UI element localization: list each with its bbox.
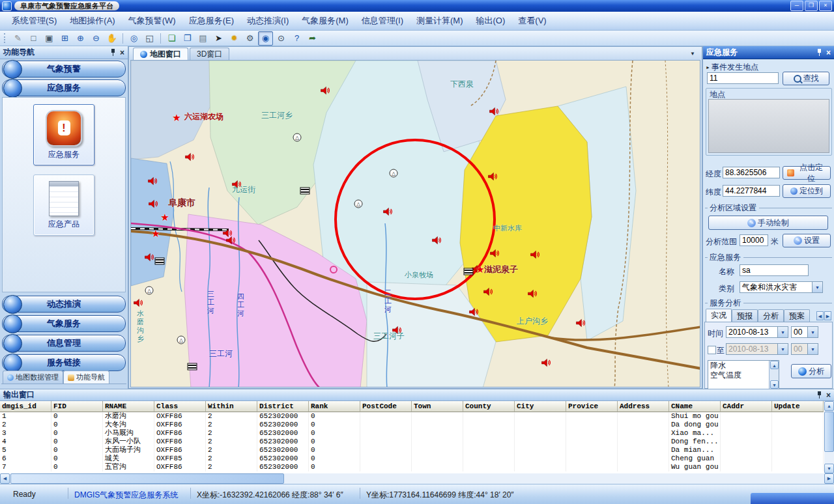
select-rect-icon[interactable]: □ [26,31,41,46]
menu-item[interactable]: 地图操作(A) [63,13,121,29]
restore-button[interactable]: ❐ [805,1,818,11]
tab-scroll-right-icon[interactable]: ▶ [824,311,831,320]
globe-icon[interactable]: ◉ [258,31,273,46]
close-icon[interactable]: × [120,49,124,57]
close-icon[interactable]: × [826,49,831,57]
menu-item[interactable]: 查看(V) [511,13,553,29]
export-icon[interactable]: ➦ [305,31,320,46]
print-icon[interactable]: ▤ [195,31,210,46]
chevron-down-icon[interactable]: ▼ [777,327,788,337]
zoom-in-icon[interactable]: ⊕ [73,31,88,46]
pan-hand-icon[interactable]: ✋ [104,31,119,46]
map-image-icon[interactable]: ❐ [180,31,195,46]
service-category-select[interactable]: 气象和洪水灾害 ▼ [740,281,823,293]
locate-to-button[interactable]: 定位到 [783,184,831,198]
table-row[interactable]: 10水磨沟OXFF8626523020000Shui mo gou [0,412,824,421]
column-header[interactable]: Town [412,401,463,412]
scroll-up-icon[interactable]: ▲ [770,361,779,369]
menu-item[interactable]: 输出(O) [470,13,512,29]
zoom-window-icon[interactable]: ⊞ [57,31,72,46]
column-header[interactable]: District [257,401,309,412]
analysis-tab-预报[interactable]: 预报 [732,309,758,322]
vscroll-thumb[interactable] [824,412,834,452]
column-header[interactable]: Update [772,401,824,412]
nav-button-信息管理[interactable]: 信息管理 [2,335,126,352]
scroll-down-icon[interactable]: ▼ [770,380,779,389]
column-header[interactable]: Class [154,401,206,412]
select-add-icon[interactable]: ▣ [42,31,57,46]
nav-button-动态推演[interactable]: 动态推演 [2,296,126,313]
edit-icon[interactable]: ✎ [10,31,25,46]
table-row[interactable]: 60城关OXFF8526523020000Cheng guan [0,455,824,463]
set-range-button[interactable]: ✎ 设置 [783,234,831,247]
tile-应急产品[interactable]: 应急产品 [33,175,94,236]
eye-icon[interactable]: ⊙ [274,31,289,46]
pin-icon[interactable] [110,49,116,56]
minimize-button[interactable]: ─ [790,1,803,11]
end-time-checkbox[interactable] [708,346,716,354]
menu-item[interactable]: 动态推演(I) [240,13,295,29]
hscroll-thumb[interactable] [10,473,284,484]
layers-icon[interactable]: ❏ [164,31,179,46]
scroll-up-icon[interactable]: ▲ [824,401,834,411]
identify-icon[interactable]: ✹ [227,31,242,46]
chevron-down-icon[interactable]: ▼ [812,282,822,292]
menu-item[interactable]: 应急服务(E) [182,13,240,29]
menu-item[interactable]: 测量计算(M) [410,13,470,29]
list-item[interactable]: 降水 [708,361,779,371]
event-location-input[interactable] [707,72,779,84]
pin-icon[interactable] [816,391,822,399]
click-locate-button[interactable]: 点击定位 [783,166,831,180]
map-tab-3D窗口[interactable]: 3D窗口 [190,48,229,60]
list-scrollbar[interactable]: ▲ ▼ [769,361,779,389]
nav-button-气象预警[interactable]: 气象预警 [2,61,126,77]
column-header[interactable]: FID [51,401,103,412]
scroll-left-icon[interactable]: ◀ [0,473,10,484]
full-extent-icon[interactable]: ◎ [126,31,141,46]
column-header[interactable]: Provice [566,401,618,412]
help-icon[interactable]: ? [289,31,304,46]
analysis-tab-实况[interactable]: 实况 [706,309,732,322]
latitude-input[interactable] [723,185,780,197]
column-header[interactable]: City [515,401,566,412]
chevron-down-icon[interactable]: ▼ [807,344,818,354]
column-header[interactable]: PostCode [360,401,412,412]
location-list[interactable] [708,99,829,153]
start-date-select[interactable]: 2010-08-13 ▼ [726,326,788,338]
menu-item[interactable]: 信息管理(I) [355,13,410,29]
column-header[interactable]: Rank [309,401,360,412]
menu-item[interactable]: 气象服务(M) [295,13,355,29]
scroll-down-icon[interactable]: ▼ [824,464,834,473]
list-item[interactable]: 空气温度 [708,371,779,380]
close-icon[interactable]: × [826,391,831,399]
column-header[interactable]: CAddr [721,401,772,412]
table-row[interactable]: 40东风一小队OXFF8626523020000Dong fen... [0,438,824,446]
menu-item[interactable]: 系统管理(S) [5,13,63,29]
close-button[interactable]: × [819,1,832,11]
column-header[interactable]: CName [669,401,721,412]
table-row[interactable]: 50大面场子沟OXFF8626523020000Da mian... [0,446,824,455]
table-row[interactable]: 20大冬沟OXFF8626523020000Da dong gou [0,421,824,429]
settings-icon[interactable]: ⚙ [242,31,257,46]
table-hscrollbar[interactable]: ◀ ▶ [0,473,834,484]
nav-button-服务链接[interactable]: 服务链接 [2,354,126,371]
pointer-icon[interactable]: ➤ [211,31,226,46]
table-row[interactable]: 30小马厩沟OXFF8626523020000Xiao ma... [0,429,824,438]
menu-item[interactable]: 气象预警(W) [122,13,182,29]
column-header[interactable]: dmgis_id [0,401,51,412]
left-tab-地图数据管理[interactable]: 地图数据管理 [3,371,63,384]
column-header[interactable]: County [463,401,515,412]
tile-应急服务[interactable]: !应急服务 [33,104,94,165]
manual-draw-button[interactable]: ✎ 手动绘制 [708,216,828,230]
pin-icon[interactable] [816,49,822,56]
chevron-down-icon[interactable]: ▼ [687,49,698,58]
column-header[interactable]: RNAME [103,401,154,412]
analyze-button[interactable]: 分析 [791,364,831,378]
longitude-input[interactable] [723,167,780,178]
table-row[interactable]: 70五官沟OXFF8626523020000Wu guan gou [0,463,824,471]
zoom-out-icon[interactable]: ⊖ [89,31,104,46]
tab-scroll-left-icon[interactable]: ◀ [816,311,824,320]
left-tab-功能导航[interactable]: 功能导航 [63,371,109,384]
scroll-right-icon[interactable]: ▶ [824,473,834,484]
element-listbox[interactable]: ▲ ▼ 降水空气温度 [708,360,779,389]
